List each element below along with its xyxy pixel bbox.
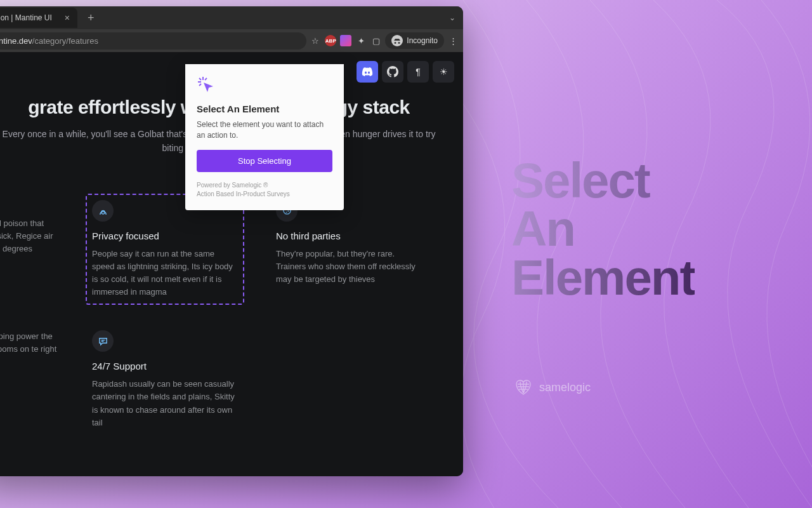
popup-text: Select the element you want to attach an… xyxy=(197,119,332,141)
feature-desc: They're popular, but they're rare. Train… xyxy=(276,248,422,286)
hero-line-3: Element xyxy=(511,253,695,302)
tab-title: ection | Mantine UI xyxy=(0,13,52,22)
brand-name: samelogic xyxy=(539,381,591,394)
stop-selecting-button[interactable]: Stop Selecting xyxy=(197,150,332,172)
text-direction-button[interactable]: ¶ xyxy=(407,61,429,83)
tab-dropdown-icon[interactable]: ⌄ xyxy=(449,13,455,22)
feature-card[interactable]: 24/7 Support Rapidash usually can be see… xyxy=(86,324,244,436)
svg-line-8 xyxy=(199,84,201,86)
feature-title: No third parties xyxy=(276,231,422,241)
feature-desc: its jumping power the mushrooms on te ri… xyxy=(0,330,60,356)
kebab-menu-icon[interactable]: ⋮ xyxy=(447,34,459,47)
feature-desc: Rapidash usually can be seen casually ca… xyxy=(92,378,238,429)
url-bar: mantine.dev/category/features ☆ ABP ✦ ▢ … xyxy=(0,29,463,52)
discord-icon xyxy=(362,67,373,76)
abp-icon[interactable]: ABP xyxy=(324,34,337,47)
popup-title: Select An Element xyxy=(197,104,332,114)
chat-icon xyxy=(92,330,114,352)
url-domain: mantine.dev xyxy=(0,36,32,46)
page-toolbar: ¶ ☀ xyxy=(357,61,454,83)
close-icon[interactable]: × xyxy=(65,13,70,23)
popup-footer-line1: Powered by Samelogic ® xyxy=(197,181,332,190)
incognito-chip[interactable]: Incognito xyxy=(385,32,444,49)
url-path: /category/features xyxy=(32,36,98,46)
svg-line-7 xyxy=(205,78,207,80)
feature-desc: owerful poison that estler sick, Regice … xyxy=(0,217,60,255)
features-row-2: its jumping power the mushrooms on te ri… xyxy=(0,305,463,436)
discord-button[interactable] xyxy=(357,61,378,83)
incognito-label: Incognito xyxy=(407,36,438,45)
hero-line-2: An xyxy=(511,204,695,253)
github-icon xyxy=(387,66,398,77)
feature-card[interactable]: e owerful poison that estler sick, Regic… xyxy=(0,194,60,305)
browser-tab[interactable]: ection | Mantine UI × xyxy=(0,8,77,28)
hero-title: Select An Element xyxy=(511,156,695,302)
new-tab-button[interactable]: + xyxy=(82,11,100,25)
extensions-icon[interactable]: ✦ xyxy=(355,34,367,47)
hero-line-1: Select xyxy=(511,156,695,204)
select-element-popup: Select An Element Select the element you… xyxy=(185,64,344,210)
user-icon xyxy=(92,200,114,222)
feature-desc: People say it can run at the same speed … xyxy=(92,248,238,299)
theme-button[interactable]: ☀ xyxy=(433,61,454,83)
popup-footer: Powered by Samelogic ® Action Based In-P… xyxy=(197,181,332,199)
feature-title: Privacy focused xyxy=(92,231,238,241)
svg-line-6 xyxy=(199,78,201,80)
popup-footer-line2: Action Based In-Product Surveys xyxy=(197,190,332,199)
incognito-icon xyxy=(391,35,403,46)
feature-card-selected[interactable]: Privacy focused People say it can run at… xyxy=(86,194,244,305)
feature-title: 24/7 Support xyxy=(92,361,238,371)
samelogic-icon xyxy=(514,378,533,397)
feature-card[interactable]: its jumping power the mushrooms on te ri… xyxy=(0,324,60,436)
url-field[interactable]: mantine.dev/category/features xyxy=(0,32,306,50)
github-button[interactable] xyxy=(382,61,403,83)
star-icon[interactable]: ☆ xyxy=(309,34,322,47)
feature-card[interactable]: No third parties They're popular, but th… xyxy=(270,194,428,305)
panel-icon[interactable]: ▢ xyxy=(370,34,383,47)
cursor-click-icon xyxy=(197,76,332,97)
feature-title: e xyxy=(0,200,60,211)
svg-point-2 xyxy=(287,211,289,212)
tab-bar: ection | Mantine UI × + ⌄ xyxy=(0,6,463,29)
svg-point-3 xyxy=(285,212,287,213)
brand-mark: samelogic xyxy=(514,378,591,397)
extension-samelogic-icon[interactable] xyxy=(339,34,352,47)
